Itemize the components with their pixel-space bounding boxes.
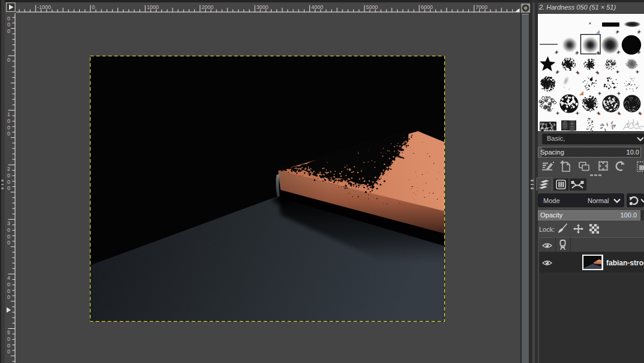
svg-text:4: 4 (7, 275, 10, 281)
svg-text:0: 0 (7, 125, 10, 131)
svg-text:0: 0 (7, 349, 10, 355)
svg-text:4000: 4000 (311, 4, 323, 10)
svg-text:0: 0 (7, 234, 10, 240)
svg-text:0: 0 (7, 240, 10, 246)
svg-text:0: 0 (7, 294, 10, 300)
svg-text:1000: 1000 (147, 4, 159, 10)
svg-text:2: 2 (7, 166, 10, 172)
svg-text:5: 5 (7, 329, 10, 335)
svg-text:0: 0 (92, 4, 95, 10)
svg-text:0: 0 (7, 28, 10, 34)
svg-text:0: 0 (7, 131, 10, 137)
svg-text:0: 0 (7, 185, 10, 191)
svg-text:3000: 3000 (257, 4, 269, 10)
svg-text:0: 0 (7, 343, 10, 349)
svg-text:3: 3 (7, 220, 10, 226)
svg-text:0: 0 (7, 288, 10, 294)
svg-text:5000: 5000 (366, 4, 378, 10)
svg-text:0: 0 (7, 22, 10, 28)
svg-text:0: 0 (7, 282, 10, 288)
svg-text:0: 0 (7, 57, 10, 63)
svg-text:0: 0 (7, 227, 10, 233)
svg-text:-1000: -1000 (37, 4, 51, 10)
svg-text:7000: 7000 (476, 4, 487, 10)
svg-text:1: 1 (7, 111, 10, 117)
svg-text:0: 0 (7, 16, 10, 22)
svg-text:0: 0 (7, 336, 10, 342)
svg-text:2000: 2000 (201, 4, 213, 10)
svg-text:6000: 6000 (421, 4, 433, 10)
svg-text:0: 0 (7, 118, 10, 124)
svg-text:0: 0 (7, 173, 10, 179)
svg-text:0: 0 (7, 179, 10, 185)
